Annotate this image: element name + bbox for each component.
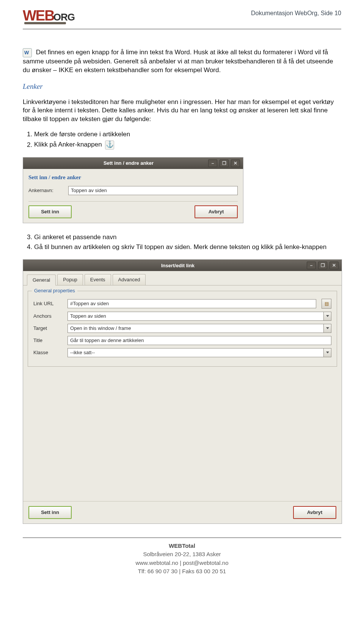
link-dialog-titlebar: Insert/edit link – ❐ ✕ <box>23 260 342 271</box>
link-url-input[interactable] <box>67 299 316 308</box>
lenker-paragraph: Linkverktøyene i teksteditoren har flere… <box>23 98 341 124</box>
klasse-dropdown-button[interactable] <box>324 348 331 357</box>
link-url-label: Link URL <box>33 300 64 307</box>
browse-icon: ▤ <box>325 301 329 307</box>
step-2-text: Klikk på Anker-knappen <box>34 141 102 148</box>
title-label: Title <box>33 337 64 344</box>
step-1: Merk de første ordene i artikkelen <box>34 130 341 139</box>
tab-popup[interactable]: Popup <box>57 274 83 285</box>
dialog-empty-area <box>23 372 342 501</box>
steps-list-b: Gi ankeret et passende navn Gå til bunne… <box>34 233 341 252</box>
target-label: Target <box>33 325 64 332</box>
footer-tel: Tlf: 66 90 07 30 | Faks 63 00 20 51 <box>23 567 341 576</box>
browse-button[interactable]: ▤ <box>322 299 331 309</box>
chevron-down-icon <box>326 327 329 329</box>
anchors-label: Anchors <box>33 313 64 320</box>
anchor-icon: ⚓ <box>105 140 114 150</box>
footer-company: WEBTotal <box>23 542 341 550</box>
link-cancel-button[interactable]: Avbryt <box>293 506 336 519</box>
general-properties-fieldset: General properties Link URL ▤ Anchors <box>28 291 337 367</box>
minimize-button[interactable]: – <box>307 262 316 269</box>
anchors-dropdown-button[interactable] <box>324 312 331 321</box>
maximize-button[interactable]: ❐ <box>220 159 229 167</box>
intro-text: Det finnes en egen knapp for å lime inn … <box>23 49 333 73</box>
chevron-down-icon <box>326 352 329 353</box>
anchor-cancel-button[interactable]: Avbryt <box>195 205 238 218</box>
link-dialog-tabs: General Popup Events Advanced <box>23 271 342 285</box>
chevron-down-icon <box>326 315 329 317</box>
minimize-button[interactable]: – <box>208 159 217 167</box>
tab-advanced[interactable]: Advanced <box>113 274 146 285</box>
target-select[interactable] <box>67 324 324 333</box>
word-paste-icon <box>23 48 32 57</box>
anchors-select[interactable] <box>67 312 324 321</box>
tab-events[interactable]: Events <box>85 274 111 285</box>
klasse-select[interactable] <box>67 348 324 357</box>
step-3: Gi ankeret et passende navn <box>34 233 341 242</box>
anchor-insert-button[interactable]: Sett inn <box>28 205 72 218</box>
close-button[interactable]: ✕ <box>231 159 240 167</box>
title-input[interactable] <box>67 336 331 345</box>
section-heading-lenker: Lenker <box>23 82 341 91</box>
link-dialog-title: Insert/edit link <box>49 262 307 269</box>
anchor-dialog-heading: Sett inn / endre anker <box>28 173 238 181</box>
step-2: Klikk på Anker-knappen ⚓ <box>34 140 341 150</box>
footer-web: www.webtotal.no | post@webtotal.no <box>23 559 341 568</box>
doc-header-title: Dokumentasjon WebOrg, Side 10 <box>251 10 341 17</box>
link-insert-button[interactable]: Sett inn <box>28 506 72 519</box>
close-button[interactable]: ✕ <box>329 262 339 269</box>
anchor-dialog-titlebar: Sett inn / endre anker – ❐ ✕ <box>23 158 243 169</box>
fieldset-legend: General properties <box>32 287 77 294</box>
step-4: Gå til bunnen av artikkelen og skriv Til… <box>34 243 341 252</box>
anchor-name-input[interactable] <box>68 186 238 195</box>
link-dialog: Insert/edit link – ❐ ✕ General Popup Eve… <box>23 259 342 524</box>
intro-paragraph: Det finnes en egen knapp for å lime inn … <box>23 48 341 75</box>
anchor-name-label: Ankernavn: <box>28 187 64 194</box>
steps-list-a: Merk de første ordene i artikkelen Klikk… <box>34 130 341 150</box>
header-separator <box>23 29 341 29</box>
footer-separator <box>23 538 341 538</box>
logo: WEB ORG <box>23 8 75 24</box>
logo-red: WEB <box>23 8 54 24</box>
klasse-label: Klasse <box>33 349 64 356</box>
logo-grey: ORG <box>53 11 75 23</box>
target-dropdown-button[interactable] <box>324 324 331 333</box>
anchor-dialog: Sett inn / endre anker – ❐ ✕ Sett inn / … <box>23 157 243 223</box>
page-footer: WEBTotal Solbråveien 20-22, 1383 Asker w… <box>23 542 341 576</box>
tab-general[interactable]: General <box>27 274 56 285</box>
footer-address: Solbråveien 20-22, 1383 Asker <box>23 550 341 559</box>
anchor-dialog-title: Sett inn / endre anker <box>49 160 208 167</box>
maximize-button[interactable]: ❐ <box>318 262 327 269</box>
